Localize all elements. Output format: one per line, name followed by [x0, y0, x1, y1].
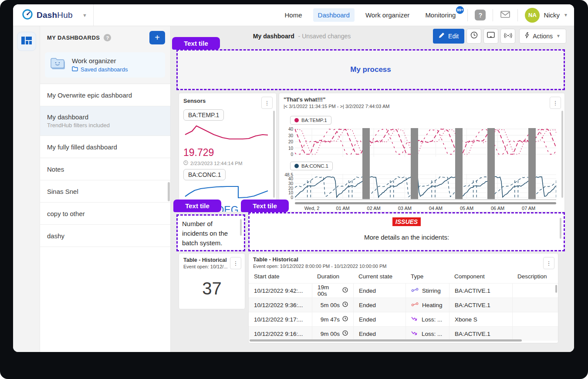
- table-row[interactable]: 10/12/2022 9:16:...9m 00sEndedLoss: ...B…: [249, 326, 558, 341]
- column-header-type[interactable]: Type: [406, 270, 449, 283]
- cell-type: Loss: ...: [406, 312, 449, 326]
- gauge-logo-icon: [22, 9, 33, 22]
- brand-chevron-down-icon[interactable]: ▼: [82, 13, 87, 18]
- dumbbell-icon: [411, 287, 419, 294]
- table-h-scrollbar[interactable]: [250, 339, 522, 342]
- user-chevron-down-icon: ▼: [564, 13, 568, 17]
- cell-type: Heating: [406, 298, 449, 312]
- sensors-scrollbar[interactable]: [273, 111, 275, 198]
- present-button[interactable]: [483, 29, 498, 44]
- column-header-description[interactable]: Description: [512, 270, 558, 283]
- note-scrollbar[interactable]: [240, 219, 242, 236]
- sidebar-item-dashy[interactable]: dashy: [40, 225, 170, 247]
- sidebar-item-copy-to-other[interactable]: copy to other: [40, 203, 170, 225]
- clock-icon: [183, 160, 188, 166]
- cell-type: Stirring: [406, 284, 449, 298]
- app-window: DashHub ▼ HomeDashboardWork organizerMon…: [13, 4, 574, 352]
- table-row[interactable]: 10/12/2022 9:42:...19m 00sEndedStirringB…: [249, 283, 558, 298]
- legend-chip-conc[interactable]: BA:CONC.1: [290, 162, 333, 170]
- user-menu[interactable]: NA Nicky ▼: [525, 8, 568, 23]
- trend-scrollbar[interactable]: [561, 111, 563, 198]
- process-text-tile[interactable]: My process: [176, 49, 565, 90]
- dashboards-panel-toggle-button[interactable]: [17, 32, 36, 51]
- sidebar-help-icon[interactable]: ?: [104, 34, 111, 41]
- sidebar-item-sinas-snel[interactable]: Sinas Snel: [40, 180, 170, 203]
- nav-item-home[interactable]: Home: [280, 8, 307, 22]
- y-tick-label: 0: [280, 152, 293, 157]
- folder-smiley-icon: [50, 57, 67, 73]
- column-header-component[interactable]: Component: [449, 270, 512, 283]
- cell-description: [512, 327, 558, 341]
- sensors-tile[interactable]: Sensors ⋮ BA:TEMP.1 19.729 2/23/2023 12:…: [179, 93, 277, 212]
- sidebar-scrollbar[interactable]: [168, 182, 170, 201]
- zigzag-icon: [411, 330, 418, 337]
- trend-tile[interactable]: "That's what!!!" |< 3/1/2022 11:34:15 PM…: [279, 93, 565, 212]
- cell-duration: 19m 00s: [312, 284, 353, 298]
- nav-item-work-organizer[interactable]: Work organizer: [361, 8, 414, 22]
- column-header-start-date[interactable]: Start date: [249, 270, 312, 283]
- kebab-menu-button[interactable]: ⋮: [543, 257, 554, 269]
- add-dashboard-button[interactable]: +: [149, 31, 165, 44]
- clock-icon: [342, 287, 348, 294]
- table-tile[interactable]: Table - Historical Event open: 10/12/202…: [248, 253, 558, 343]
- legend-label: BA:TEMP.1: [301, 118, 327, 123]
- trend-h-scrollbar[interactable]: [295, 202, 556, 204]
- kebab-menu-button[interactable]: ⋮: [261, 97, 273, 109]
- sidebar-item-notes[interactable]: Notes: [40, 158, 170, 180]
- series-chip[interactable]: BA:CONC.1: [183, 169, 226, 180]
- saved-dashboards-link[interactable]: Saved dashboards: [72, 66, 128, 73]
- series-chip[interactable]: BA:TEMP.1: [183, 109, 224, 121]
- table-row[interactable]: 10/12/2022 9:17:...9m 47sEndedLoss: ...X…: [249, 312, 558, 326]
- sidebar-item-label: copy to other: [47, 210, 163, 217]
- issues-text: More details an the incidents:: [364, 233, 449, 242]
- y-tick-label: 40: [280, 127, 293, 132]
- legend-chip-temp[interactable]: BA:TEMP.1: [290, 116, 331, 125]
- nav-item-monitoring[interactable]: Monitoring99+: [420, 8, 460, 22]
- y-tick-label: 20: [280, 139, 293, 144]
- sidebar-item-my-dashboard[interactable]: My dashboardTrendHub filters included: [40, 106, 170, 136]
- help-button[interactable]: ?: [475, 10, 486, 20]
- incidents-note-tile[interactable]: Number of incidents on the batch system.: [176, 214, 245, 251]
- column-header-duration[interactable]: Duration: [312, 270, 353, 283]
- count-tile[interactable]: Table - Historical Event open: 10/12/...…: [179, 253, 245, 309]
- issues-note-tile[interactable]: ISSUES More details an the incidents:: [248, 212, 565, 251]
- sidebar-item-label: dashy: [47, 232, 163, 240]
- note-scrollbar[interactable]: [560, 218, 561, 239]
- table-v-scrollbar[interactable]: [555, 285, 557, 293]
- broadcast-button[interactable]: [500, 29, 515, 44]
- nav-item-label: Work organizer: [365, 11, 409, 19]
- legend-dot: [294, 118, 299, 122]
- dashboard-header: My dashboard - Unsaved changes Edit: [171, 26, 574, 46]
- work-organizer-card[interactable]: Work organizer Saved dashboards: [45, 52, 165, 78]
- sidebar-item-my-fully-filled-dashboard[interactable]: My fully filled dashboard: [40, 136, 170, 158]
- mail-button[interactable]: [500, 10, 510, 20]
- x-tick-label: 01 AM: [331, 206, 355, 211]
- topbar: DashHub ▼ HomeDashboardWork organizerMon…: [13, 4, 574, 26]
- sidebar-item-my-overwrite-epic-dashboard[interactable]: My Overwrite epic dashboard: [40, 84, 170, 106]
- nav-item-dashboard[interactable]: Dashboard: [313, 8, 355, 22]
- clock-icon: [342, 330, 348, 337]
- brand-bold: Dash: [37, 10, 57, 20]
- kebab-menu-button[interactable]: ⋮: [550, 97, 561, 109]
- lightning-icon: [525, 32, 529, 40]
- legend-dot: [294, 164, 299, 168]
- sidebar: MY DASHBOARDS ? + Work organizer Saved d…: [40, 26, 171, 352]
- broadcast-icon: [504, 32, 512, 40]
- brand-section[interactable]: DashHub ▼: [13, 4, 94, 26]
- separator: [467, 9, 468, 21]
- cell-duration: 9m 47s: [312, 312, 353, 326]
- table-row[interactable]: 10/12/2022 9:36:...5m 00sEndedHeatingBA:…: [249, 298, 558, 312]
- cell-duration: 9m 00s: [312, 327, 353, 341]
- actions-button[interactable]: Actions ▼: [519, 29, 566, 44]
- column-header-current-state[interactable]: Current state: [353, 270, 406, 283]
- unsaved-status: - Unsaved changes: [298, 33, 351, 40]
- history-button[interactable]: [466, 29, 481, 44]
- main-area: My dashboard - Unsaved changes Edit: [171, 26, 574, 352]
- x-tick-label: 07 AM: [517, 206, 541, 211]
- x-tick-label: 03 AM: [393, 206, 416, 211]
- kebab-menu-button[interactable]: ⋮: [230, 257, 241, 269]
- sidebar-title: MY DASHBOARDS: [47, 34, 100, 41]
- conc-plot: [295, 174, 556, 200]
- edit-button[interactable]: Edit: [433, 29, 464, 44]
- left-icon-strip: [13, 26, 40, 352]
